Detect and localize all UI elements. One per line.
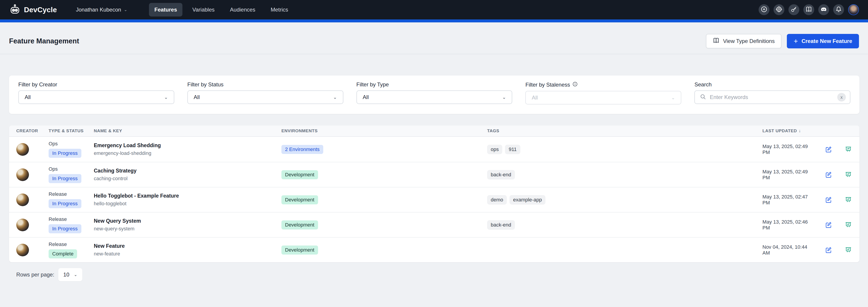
creator-avatar — [16, 244, 29, 256]
table-row[interactable]: Release In Progress Hello Togglebot - Ex… — [9, 187, 860, 212]
last-updated-date: Nov 04, 2024, 10:44 AM — [763, 244, 812, 256]
creator-cell — [16, 219, 49, 231]
name-key-cell: New Feature new-feature — [94, 243, 281, 257]
feature-metrics-button[interactable] — [845, 221, 852, 228]
page-accent-bar — [0, 20, 868, 22]
tags-cell: ops911 — [487, 145, 763, 154]
tag-pill: back-end — [487, 220, 515, 230]
feature-metrics-button[interactable] — [845, 196, 852, 204]
table-row[interactable]: Release In Progress New Query System new… — [9, 212, 860, 237]
feature-key: caching-control — [94, 176, 281, 182]
feature-name: Caching Strategy — [94, 168, 281, 174]
table-row[interactable]: Ops In Progress Emergency Load Shedding … — [9, 137, 860, 162]
bell-icon — [835, 6, 842, 13]
feature-metrics-button[interactable] — [845, 146, 852, 153]
environments-cell: Development — [281, 170, 487, 179]
tag-pill: back-end — [487, 170, 515, 180]
feature-metrics-button[interactable] — [845, 171, 852, 178]
project-name: Jonathan Kubecon — [76, 6, 121, 13]
table-header-row: Creator Type & Status Name & Key Environ… — [9, 125, 860, 137]
edit-feature-button[interactable] — [825, 146, 832, 153]
create-new-feature-label: Create New Feature — [802, 38, 852, 44]
filter-creator-select[interactable]: All ⌄ — [18, 90, 174, 104]
nav-tab-audiences[interactable]: Audiences — [224, 3, 260, 17]
tags-cell: back-end — [487, 220, 763, 230]
add-button[interactable] — [758, 4, 770, 15]
edit-feature-button[interactable] — [825, 221, 832, 228]
status-badge: In Progress — [49, 199, 81, 208]
feature-name: New Query System — [94, 218, 281, 224]
nav-tab-variables[interactable]: Variables — [187, 3, 220, 17]
info-icon[interactable] — [572, 82, 578, 88]
nav-tab-features[interactable]: Features — [149, 3, 182, 17]
tag-pill: 911 — [505, 145, 520, 154]
project-selector[interactable]: Jonathan Kubecon ⌄ — [76, 6, 127, 13]
navbar-actions — [758, 4, 859, 15]
page-title: Feature Management — [9, 37, 79, 45]
creator-cell — [16, 193, 49, 206]
name-key-cell: Emergency Load Shedding emergency-load-s… — [94, 143, 281, 156]
name-key-cell: Caching Strategy caching-control — [94, 168, 281, 182]
chevron-down-icon: ⌄ — [671, 95, 675, 100]
settings-button[interactable] — [774, 4, 784, 15]
filter-creator-value: All — [25, 94, 31, 100]
header-divider — [0, 54, 868, 54]
name-key-cell: Hello Togglebot - Example Feature hello-… — [94, 193, 281, 207]
creator-avatar — [16, 168, 29, 181]
pagination: Rows per page: 10 ⌄ — [16, 268, 868, 281]
gear-icon — [776, 6, 782, 13]
creator-cell — [16, 143, 49, 156]
view-type-definitions-button[interactable]: View Type Definitions — [706, 34, 782, 49]
status-badge: In Progress — [49, 149, 81, 158]
features-table: Creator Type & Status Name & Key Environ… — [9, 125, 860, 262]
column-header-last-updated[interactable]: Last Updated ↓ — [763, 128, 850, 133]
chevron-down-icon: ⌄ — [74, 272, 77, 277]
type-status-cell: Release In Progress — [49, 216, 94, 233]
type-status-cell: Release Complete — [49, 241, 94, 258]
primary-nav: Features Variables Audiences Metrics — [149, 3, 293, 17]
environments-badge: Development — [281, 195, 318, 204]
book-icon — [713, 37, 719, 45]
edit-feature-button[interactable] — [825, 171, 832, 178]
notifications-button[interactable] — [833, 4, 844, 15]
edit-feature-button[interactable] — [825, 246, 832, 254]
column-header-creator: Creator — [16, 128, 49, 133]
table-row[interactable]: Release Complete New Feature new-feature… — [9, 237, 860, 262]
docs-button[interactable] — [803, 4, 814, 15]
environments-cell: 2 Environments — [281, 145, 487, 154]
filter-staleness-select: All ⌄ — [525, 91, 681, 104]
create-new-feature-button[interactable]: + Create New Feature — [787, 34, 859, 49]
edit-feature-button[interactable] — [825, 196, 832, 204]
filter-type-label: Filter by Type — [356, 82, 513, 88]
search-input[interactable] — [710, 94, 834, 100]
last-updated-cell: May 13, 2025, 02:49 PM — [763, 169, 852, 181]
filter-type-select[interactable]: All ⌄ — [356, 90, 513, 104]
table-row[interactable]: Ops In Progress Caching Strategy caching… — [9, 162, 860, 187]
environments-badge: Development — [281, 220, 318, 229]
nav-tab-metrics[interactable]: Metrics — [265, 3, 293, 17]
last-updated-label: Last Updated — [763, 128, 797, 133]
rows-per-page-select[interactable]: 10 ⌄ — [58, 268, 82, 281]
discord-button[interactable] — [818, 4, 829, 15]
feature-key: new-feature — [94, 251, 281, 257]
clear-search-button[interactable]: x — [837, 93, 846, 101]
tags-cell: back-end — [487, 170, 763, 180]
search-icon — [700, 94, 706, 101]
api-keys-button[interactable] — [788, 4, 799, 15]
table-body: Ops In Progress Emergency Load Shedding … — [9, 137, 860, 262]
filters-card: Filter by Creator All ⌄ Filter by Status… — [9, 75, 860, 114]
filter-creator-label: Filter by Creator — [18, 82, 174, 88]
feature-metrics-button[interactable] — [845, 246, 852, 254]
brand[interactable]: DevCycle — [9, 3, 57, 16]
filter-status-select[interactable]: All ⌄ — [187, 90, 343, 104]
type-status-cell: Ops In Progress — [49, 141, 94, 158]
status-badge: Complete — [49, 249, 77, 258]
column-header-tags: Tags — [487, 128, 763, 133]
environments-cell: Development — [281, 195, 487, 204]
filter-type-group: Filter by Type All ⌄ — [356, 82, 513, 104]
user-avatar[interactable] — [848, 4, 859, 15]
environments-badge: 2 Environments — [281, 145, 323, 154]
status-badge: In Progress — [49, 174, 81, 183]
plus-circle-icon — [761, 6, 767, 13]
search-box: x — [694, 90, 850, 104]
